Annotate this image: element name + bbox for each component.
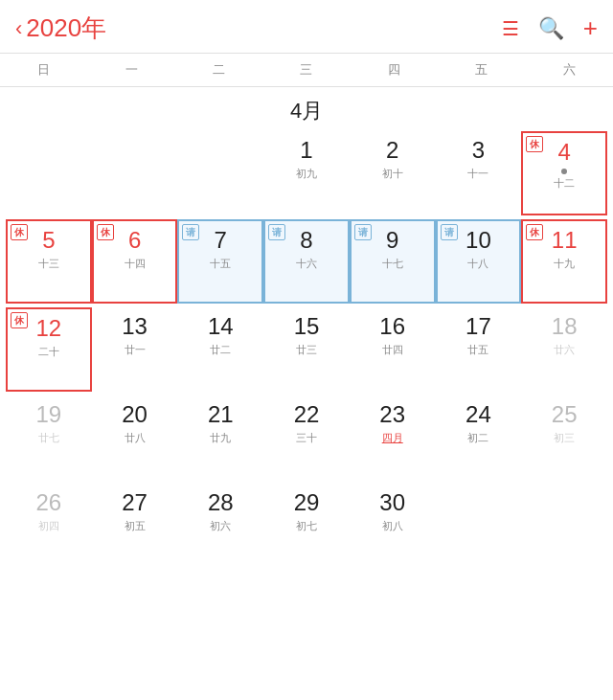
day-cell[interactable]: 21廿九 xyxy=(177,395,263,480)
lunar-date: 廿二 xyxy=(210,343,231,357)
day-cell[interactable]: 29初七 xyxy=(263,484,350,568)
today-dot xyxy=(561,169,567,174)
lunar-date: 十一 xyxy=(467,167,488,181)
day-number: 2 xyxy=(386,137,398,165)
day-cell[interactable]: 1初九 xyxy=(263,131,350,215)
weekday-tue: 二 xyxy=(175,57,262,82)
day-cell[interactable]: 28初六 xyxy=(177,484,263,568)
lunar-date: 十八 xyxy=(467,257,488,271)
day-number: 18 xyxy=(552,313,578,341)
day-number: 3 xyxy=(472,137,485,165)
lunar-date: 二十 xyxy=(38,345,59,359)
header-right: ☰ 🔍 + xyxy=(502,13,598,43)
day-cell[interactable]: 20廿八 xyxy=(92,395,178,480)
day-cell[interactable]: 休5十三 xyxy=(6,219,92,304)
day-cell[interactable]: 27初五 xyxy=(92,484,178,568)
lunar-date: 廿五 xyxy=(467,343,488,357)
xiu-badge: 休 xyxy=(97,224,114,240)
day-cell[interactable]: 请7十五 xyxy=(177,219,263,304)
lunar-date: 初十 xyxy=(382,167,403,181)
day-number: 19 xyxy=(36,401,62,429)
day-number: 14 xyxy=(208,313,234,341)
day-number: 13 xyxy=(122,313,148,341)
day-number: 24 xyxy=(465,401,491,429)
day-number: 15 xyxy=(294,313,320,341)
xiu-badge: 休 xyxy=(526,224,543,240)
lunar-date: 廿一 xyxy=(125,343,146,357)
day-cell[interactable]: 请9十七 xyxy=(350,219,436,304)
qing-badge: 请 xyxy=(268,224,285,240)
day-number: 27 xyxy=(122,489,148,517)
day-cell[interactable]: 2初十 xyxy=(350,131,436,215)
qing-badge: 请 xyxy=(182,224,199,240)
day-cell[interactable]: 休11十九 xyxy=(521,219,607,304)
lunar-date: 初九 xyxy=(296,167,317,181)
lunar-date: 初五 xyxy=(125,519,146,533)
month-title: 4月 xyxy=(0,87,613,131)
weekday-mon: 一 xyxy=(87,57,174,82)
day-cell[interactable]: 休4十二 xyxy=(521,131,607,215)
year-title[interactable]: 2020年 xyxy=(26,11,106,45)
weekday-thu: 四 xyxy=(351,57,438,82)
lunar-date: 初七 xyxy=(296,519,317,533)
lunar-date: 三十 xyxy=(296,431,317,445)
day-number: 1 xyxy=(300,137,312,165)
day-number: 28 xyxy=(208,489,234,517)
day-cell[interactable]: 17廿五 xyxy=(436,307,522,392)
day-number: 11 xyxy=(552,227,578,255)
day-cell[interactable]: 16廿四 xyxy=(350,307,436,392)
lunar-date: 十五 xyxy=(210,257,231,271)
day-cell xyxy=(6,131,92,215)
day-number: 21 xyxy=(208,401,234,429)
day-cell[interactable]: 26初四 xyxy=(6,484,92,568)
header-left: ‹ 2020年 xyxy=(15,11,106,45)
day-cell[interactable]: 13廿一 xyxy=(92,307,178,392)
list-icon[interactable]: ☰ xyxy=(502,17,519,40)
day-cell[interactable]: 22三十 xyxy=(263,395,350,480)
day-cell[interactable]: 3十一 xyxy=(436,131,522,215)
day-cell[interactable]: 请8十六 xyxy=(263,219,350,304)
qing-badge: 请 xyxy=(354,224,372,240)
lunar-date: 廿九 xyxy=(210,431,231,445)
day-number: 25 xyxy=(552,401,578,429)
lunar-date: 十二 xyxy=(554,176,575,191)
weekday-wed: 三 xyxy=(262,57,350,82)
lunar-date: 十六 xyxy=(296,257,317,271)
lunar-date: 四月 xyxy=(382,431,403,445)
day-cell[interactable]: 19廿七 xyxy=(6,395,92,480)
day-cell[interactable]: 23四月 xyxy=(350,395,436,480)
add-icon[interactable]: + xyxy=(583,13,598,43)
day-number: 26 xyxy=(36,489,62,517)
xiu-badge: 休 xyxy=(526,136,543,152)
weekday-sun: 日 xyxy=(0,57,87,82)
calendar-grid: 1初九2初十3十一休4十二休5十三休6十四请7十五请8十六请9十七请10十八休1… xyxy=(0,131,613,568)
day-number: 10 xyxy=(465,227,491,255)
day-number: 8 xyxy=(300,227,312,255)
day-number: 29 xyxy=(294,489,320,517)
day-cell xyxy=(92,131,178,215)
day-cell[interactable]: 请10十八 xyxy=(436,219,522,304)
day-cell[interactable]: 休12二十 xyxy=(6,307,92,392)
weekday-sat: 六 xyxy=(526,57,613,82)
day-cell[interactable]: 18廿六 xyxy=(521,307,607,392)
day-number: 5 xyxy=(42,227,55,255)
day-cell xyxy=(521,484,607,568)
day-number: 17 xyxy=(465,313,491,341)
day-cell xyxy=(177,131,263,215)
day-cell[interactable]: 15廿三 xyxy=(263,307,350,392)
search-icon[interactable]: 🔍 xyxy=(538,16,564,41)
header: ‹ 2020年 ☰ 🔍 + xyxy=(0,0,613,54)
weekday-fri: 五 xyxy=(438,57,525,82)
lunar-date: 初六 xyxy=(210,519,231,533)
day-cell[interactable]: 25初三 xyxy=(521,395,607,480)
lunar-date: 十九 xyxy=(554,257,575,271)
lunar-date: 初八 xyxy=(382,519,403,533)
day-number: 7 xyxy=(215,227,227,255)
back-icon[interactable]: ‹ xyxy=(15,18,22,39)
day-number: 20 xyxy=(122,401,148,429)
day-cell[interactable]: 休6十四 xyxy=(92,219,178,304)
day-cell[interactable]: 24初二 xyxy=(436,395,522,480)
day-cell[interactable]: 30初八 xyxy=(350,484,436,568)
lunar-date: 廿三 xyxy=(296,343,317,357)
day-cell[interactable]: 14廿二 xyxy=(177,307,263,392)
